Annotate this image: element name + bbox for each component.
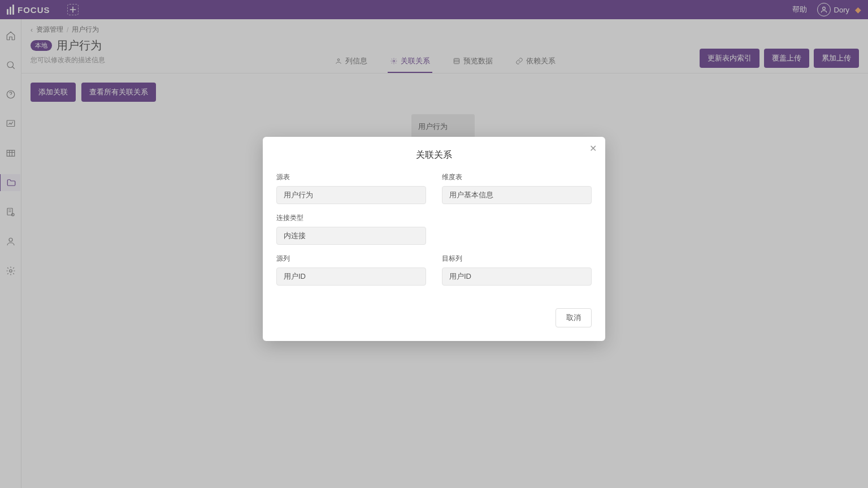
field-source-col: 源列 用户ID xyxy=(276,254,426,286)
modal-title: 关联关系 xyxy=(276,149,592,161)
select-source-col[interactable]: 用户ID xyxy=(276,267,426,286)
field-dim-table: 维度表 用户基本信息 xyxy=(442,172,592,204)
field-join-type: 连接类型 内连接 xyxy=(276,213,426,245)
field-source-table: 源表 用户行为 xyxy=(276,172,426,204)
select-join-type[interactable]: 内连接 xyxy=(276,227,426,245)
select-source-table[interactable]: 用户行为 xyxy=(276,186,426,204)
label-dim-table: 维度表 xyxy=(442,172,592,182)
select-target-col[interactable]: 用户ID xyxy=(442,267,592,286)
close-icon[interactable]: ✕ xyxy=(587,142,598,154)
label-source-col: 源列 xyxy=(276,254,426,264)
field-target-col: 目标列 用户ID xyxy=(442,254,592,286)
label-source-table: 源表 xyxy=(276,172,426,182)
relation-modal: ✕ 关联关系 源表 用户行为 维度表 用户基本信息 连接类型 内连接 源列 用户… xyxy=(263,137,605,341)
label-target-col: 目标列 xyxy=(442,254,592,264)
cancel-button[interactable]: 取消 xyxy=(555,308,592,327)
select-dim-table[interactable]: 用户基本信息 xyxy=(442,186,592,204)
label-join-type: 连接类型 xyxy=(276,213,426,223)
